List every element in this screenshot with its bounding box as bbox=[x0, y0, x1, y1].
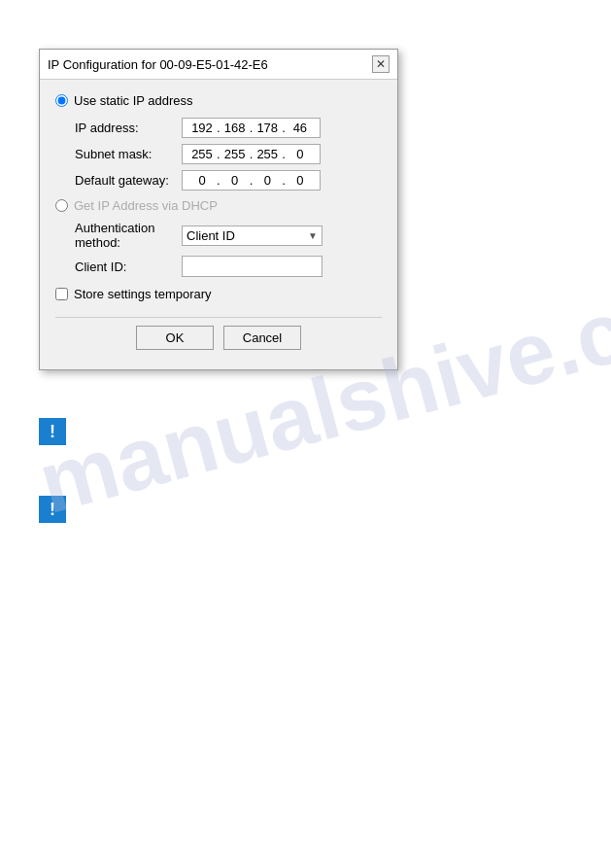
gw-octet-4[interactable] bbox=[287, 173, 314, 188]
gw-octet-3[interactable] bbox=[254, 173, 281, 188]
default-gateway-row: Default gateway: . . . bbox=[75, 170, 382, 191]
auth-method-row: Authentication method: Client ID ▼ bbox=[75, 221, 382, 250]
ip-octet-4[interactable] bbox=[287, 121, 314, 135]
chevron-down-icon: ▼ bbox=[308, 230, 318, 241]
dhcp-radio[interactable] bbox=[55, 199, 68, 212]
static-ip-label[interactable]: Use static IP address bbox=[74, 93, 193, 108]
ip-octet-1[interactable] bbox=[188, 121, 216, 135]
dhcp-section: Get IP Address via DHCP Authentication m… bbox=[55, 198, 382, 277]
ip-address-input-box: . . . bbox=[182, 118, 321, 138]
gw-octet-1[interactable] bbox=[188, 173, 216, 188]
default-gateway-label: Default gateway: bbox=[75, 173, 182, 188]
dialog-body: Use static IP address IP address: . . . bbox=[40, 80, 397, 369]
static-ip-radio-row: Use static IP address bbox=[55, 93, 382, 108]
default-gateway-input-box: . . . bbox=[182, 170, 321, 191]
auth-method-label: Authentication method: bbox=[75, 221, 182, 250]
client-id-label: Client ID: bbox=[75, 260, 182, 274]
static-ip-radio[interactable] bbox=[55, 94, 68, 107]
ip-octet-3[interactable] bbox=[254, 121, 281, 135]
static-ip-fields: IP address: . . . Subnet mask: . bbox=[75, 118, 382, 191]
close-button[interactable]: ✕ bbox=[372, 55, 390, 73]
store-settings-checkbox[interactable] bbox=[55, 288, 68, 300]
dialog-button-row: OK Cancel bbox=[55, 317, 382, 360]
auth-method-value: Client ID bbox=[187, 228, 235, 243]
store-settings-row: Store settings temporary bbox=[55, 287, 382, 301]
warning-symbol-1: ! bbox=[50, 422, 55, 442]
dialog-titlebar: IP Configuration for 00-09-E5-01-42-E6 ✕ bbox=[40, 50, 397, 80]
subnet-octet-3[interactable] bbox=[254, 147, 281, 161]
dhcp-radio-row: Get IP Address via DHCP bbox=[55, 198, 382, 213]
cancel-button[interactable]: Cancel bbox=[223, 326, 301, 350]
client-id-input[interactable] bbox=[182, 256, 322, 277]
ip-address-label: IP address: bbox=[75, 121, 182, 135]
subnet-mask-label: Subnet mask: bbox=[75, 147, 182, 161]
dhcp-label[interactable]: Get IP Address via DHCP bbox=[74, 198, 218, 213]
client-id-row: Client ID: bbox=[75, 256, 382, 277]
subnet-octet-2[interactable] bbox=[221, 147, 249, 161]
warning-icon-1: ! bbox=[39, 418, 66, 445]
gw-octet-2[interactable] bbox=[221, 173, 249, 188]
ip-config-dialog: IP Configuration for 00-09-E5-01-42-E6 ✕… bbox=[39, 49, 398, 370]
ok-button[interactable]: OK bbox=[136, 326, 214, 350]
ip-octet-2[interactable] bbox=[221, 121, 249, 135]
subnet-mask-row: Subnet mask: . . . bbox=[75, 144, 382, 164]
subnet-octet-1[interactable] bbox=[188, 147, 216, 161]
auth-method-select[interactable]: Client ID ▼ bbox=[182, 226, 322, 246]
warning-symbol-2: ! bbox=[50, 500, 55, 520]
subnet-octet-4[interactable] bbox=[287, 147, 314, 161]
warning-icon-2: ! bbox=[39, 496, 66, 523]
subnet-mask-input-box: . . . bbox=[182, 144, 321, 164]
ip-address-row: IP address: . . . bbox=[75, 118, 382, 138]
store-settings-label[interactable]: Store settings temporary bbox=[74, 287, 212, 301]
dialog-title: IP Configuration for 00-09-E5-01-42-E6 bbox=[48, 57, 268, 72]
dhcp-fields: Authentication method: Client ID ▼ Clien… bbox=[75, 221, 382, 277]
